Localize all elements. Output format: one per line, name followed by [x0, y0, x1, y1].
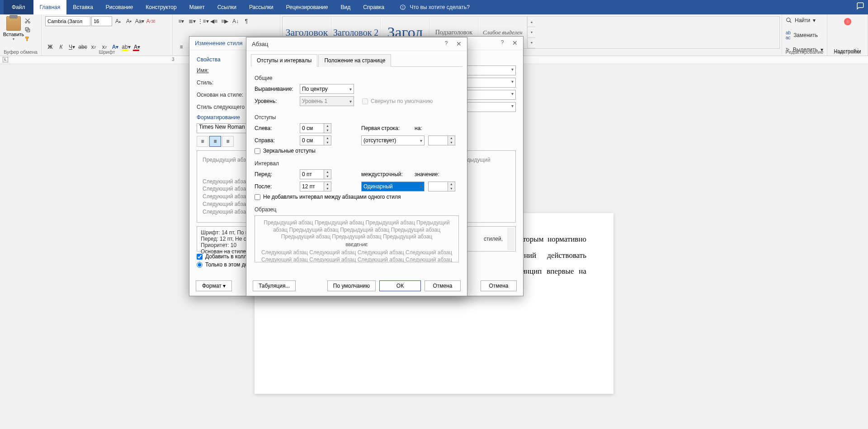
ribbon-tabs: Файл Главная Вставка Рисование Конструкт…: [0, 0, 868, 14]
space-before-spinner[interactable]: 0 пт▲▼: [300, 169, 331, 179]
line-spacing-at-spinner[interactable]: ▲▼: [428, 182, 455, 191]
space-after-value: 12 пт: [302, 183, 315, 190]
tab-mailings[interactable]: Рассылки: [243, 0, 280, 14]
sample-heading: Образец: [255, 206, 459, 213]
indents-heading: Отступы: [255, 114, 459, 121]
tab-help[interactable]: Справка: [357, 0, 391, 14]
comments-icon[interactable]: [856, 2, 864, 11]
tab-view[interactable]: Вид: [334, 0, 357, 14]
indent-left-spinner[interactable]: 0 см▲▼: [300, 123, 331, 133]
tab-review[interactable]: Рецензирование: [280, 0, 335, 14]
editing-label: Редактирование: [782, 49, 827, 55]
spacing-heading: Интервал: [255, 160, 459, 167]
tell-me-search[interactable]: Что вы хотите сделать?: [400, 4, 470, 10]
by-label: на:: [415, 125, 442, 131]
set-default-button[interactable]: По умолчанию: [327, 280, 376, 291]
general-heading: Общие: [255, 75, 459, 81]
grow-font-icon[interactable]: A▴: [113, 16, 123, 26]
close-icon[interactable]: ✕: [510, 39, 519, 48]
paste-button[interactable]: Вставить ▾: [4, 16, 24, 41]
sample-prev: Предыдущий абзац Предыдущий абзац Предыд…: [259, 219, 455, 241]
sort-icon[interactable]: A↓: [231, 16, 241, 26]
cancel-button[interactable]: Отмена: [425, 280, 461, 291]
first-line-label: Первая строка:: [361, 125, 411, 131]
replace-button[interactable]: abacЗаменить: [786, 29, 823, 41]
tab-home[interactable]: Главная: [33, 0, 67, 14]
collapse-label: Свернуты по умолчанию: [371, 98, 433, 104]
copy-icon[interactable]: [24, 26, 32, 33]
shrink-font-icon[interactable]: A▾: [124, 16, 134, 26]
change-case-icon[interactable]: Aa▾: [135, 16, 145, 26]
font-size-combo[interactable]: [91, 16, 112, 26]
sample-heading-text: ВВЕДЕНИЕ: [259, 242, 455, 248]
info-line2: Перед: 12 пт, Не с: [201, 236, 246, 242]
svg-line-10: [790, 21, 792, 23]
tab-design[interactable]: Конструктор: [139, 0, 183, 14]
paragraph-dialog: Абзац ? ✕ Отступы и интервалы Положение …: [246, 37, 467, 296]
bullets-icon[interactable]: ≡▾: [176, 16, 186, 26]
clipboard-icon: [6, 16, 21, 31]
tab-line-breaks[interactable]: Положение на странице: [318, 54, 391, 67]
line-spacing-combo[interactable]: Одинарный: [361, 182, 425, 191]
info-scrollbar[interactable]: [507, 228, 514, 250]
find-button[interactable]: Найти ▾: [786, 16, 823, 24]
outline-level-combo[interactable]: Уровень 1: [300, 96, 354, 106]
font-label: Шрифт: [42, 49, 172, 55]
clear-format-icon[interactable]: A⌫: [146, 16, 156, 26]
cut-icon[interactable]: [24, 17, 32, 24]
tabs-button[interactable]: Табуляция...: [253, 280, 296, 291]
fmt-align-left[interactable]: ≡: [197, 136, 208, 147]
paste-label: Вставить: [3, 32, 24, 37]
tab-insert[interactable]: Вставка: [66, 0, 99, 14]
first-line-combo[interactable]: (отсутствует): [361, 135, 425, 145]
para-close-icon[interactable]: ✕: [454, 40, 463, 49]
modify-cancel-button[interactable]: Отмена: [481, 280, 517, 291]
first-line-by-spinner[interactable]: ▲▼: [428, 135, 455, 145]
nospace-label: Не добавлять интервал между абзацами одн…: [263, 194, 401, 200]
clipboard-label: Буфер обмена: [0, 49, 41, 55]
tab-file[interactable]: Файл: [4, 0, 33, 14]
replace-label: Заменить: [793, 32, 818, 38]
mirror-label: Зеркальные отступы: [263, 148, 316, 154]
decrease-indent-icon[interactable]: ◀≡: [209, 16, 219, 26]
sample-next: Следующий абзац Следующий абзац Следующи…: [259, 249, 455, 262]
mirror-indents-check[interactable]: Зеркальные отступы: [255, 148, 459, 154]
tab-indents-spacing[interactable]: Отступы и интервалы: [251, 54, 317, 67]
fmt-align-right[interactable]: ≡: [222, 136, 234, 147]
space-before-label: Перед:: [255, 171, 296, 177]
show-marks-icon[interactable]: ¶: [241, 16, 251, 26]
multilevel-icon[interactable]: ⋮≡▾: [198, 16, 208, 26]
indent-right-value: 0 см: [302, 137, 313, 144]
svg-point-2: [403, 9, 403, 9]
font-name-combo[interactable]: [45, 16, 90, 26]
align-left-icon[interactable]: ≡: [176, 42, 186, 52]
no-space-same-style-check[interactable]: Не добавлять интервал между абзацами одн…: [255, 194, 459, 200]
increase-indent-icon[interactable]: ≡▶: [220, 16, 230, 26]
space-after-spinner[interactable]: 12 пт▲▼: [300, 182, 331, 191]
ruler-tab-icon[interactable]: L: [3, 57, 8, 62]
space-after-label: После:: [255, 183, 296, 190]
para-help-icon[interactable]: ?: [442, 40, 451, 49]
info-right: стилей,: [484, 236, 503, 242]
format-painter-icon[interactable]: [24, 35, 32, 42]
indent-right-label: Справа:: [255, 137, 296, 144]
collapse-ribbon-icon[interactable]: ˇ: [857, 48, 865, 56]
tab-draw[interactable]: Рисование: [99, 0, 139, 14]
collapsed-check: Свернуты по умолчанию: [362, 98, 433, 104]
alignment-combo[interactable]: По центру: [300, 84, 354, 94]
tab-layout[interactable]: Макет: [183, 0, 211, 14]
numbering-icon[interactable]: ≣▾: [187, 16, 197, 26]
help-icon[interactable]: ?: [498, 39, 507, 48]
fmt-align-center[interactable]: ≡: [209, 136, 221, 147]
ok-button[interactable]: ОК: [379, 280, 421, 291]
clipboard-group: Вставить ▾ Буфер обмена: [0, 14, 42, 56]
sample-preview: Предыдущий абзац Предыдущий абзац Предыд…: [255, 215, 459, 262]
style-scroll[interactable]: ▴▾▾: [527, 17, 535, 48]
tab-references[interactable]: Ссылки: [211, 0, 243, 14]
svg-point-9: [787, 18, 790, 22]
space-before-value: 0 пт: [302, 171, 312, 177]
indent-right-spinner[interactable]: 0 см▲▼: [300, 135, 331, 145]
addin-icon[interactable]: [844, 18, 851, 25]
para-dialog-title: Абзац: [246, 37, 467, 51]
format-menu-button[interactable]: Формат ▾: [196, 280, 232, 291]
